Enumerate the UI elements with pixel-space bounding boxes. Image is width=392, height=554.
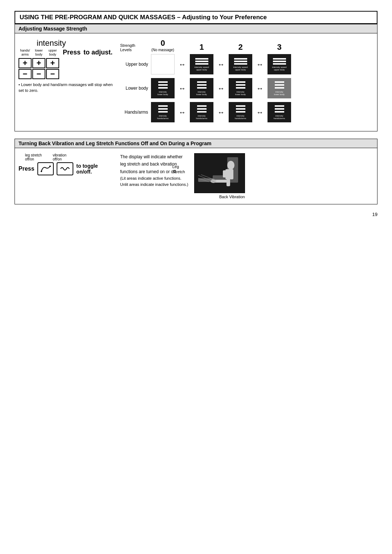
svg-rect-3 (234, 58, 247, 60)
lower-body-cell-0-text: intensitylower body (158, 91, 168, 96)
col-sub-0: (No massage) (151, 48, 175, 52)
leg-stretch-btn[interactable] (37, 162, 54, 175)
lower-body-cell-1-icon (196, 81, 207, 91)
upper-body-control: upperbody + − (46, 49, 59, 80)
hands-arms-row: Hands/arms intensityhands/arms ↔ (120, 102, 373, 122)
svg-rect-28 (236, 108, 245, 110)
leg-stretch-icon (40, 165, 52, 173)
upper-body-cell-3-icon (272, 57, 287, 66)
svg-rect-21 (158, 105, 168, 107)
svg-rect-32 (275, 111, 284, 113)
lower-body-arrow-23: ↔ (252, 84, 268, 93)
levels-label: Levels (120, 48, 151, 52)
section2-content: leg stretch off/on vibration off/on Pres… (15, 148, 377, 204)
to-adjust-text: to adjust. (83, 49, 113, 56)
svg-rect-10 (158, 84, 168, 86)
svg-rect-16 (236, 84, 245, 86)
lower-body-cell-3-icon (274, 81, 285, 91)
svg-rect-1 (195, 61, 208, 62)
hands-arms-arrow-23: ↔ (252, 108, 268, 117)
svg-rect-18 (275, 81, 284, 83)
svg-rect-17 (236, 87, 245, 89)
upper-body-row: Upper body ↔ intensity speedupper body ↔ (120, 54, 373, 74)
to-toggle-text: to toggle on/off. (76, 163, 113, 175)
svg-point-43 (211, 179, 216, 183)
hands-arms-cell-3-text: intensityhands/arms (274, 115, 285, 120)
col-num-3: 3 (277, 42, 281, 52)
svg-rect-6 (273, 58, 286, 60)
vibration-group-label: vibration off/on (53, 153, 66, 161)
press-word: Press (63, 49, 81, 56)
svg-rect-9 (158, 81, 168, 83)
hands-arms-arrow-01: ↔ (175, 108, 190, 117)
vibration-btn[interactable] (57, 162, 73, 175)
press-word2: Press (19, 166, 34, 172)
lower-body-arrow-12: ↔ (213, 84, 229, 93)
upper-body-cell-2: intensity speedupper body (229, 54, 252, 74)
strength-header-row: Strength Levels 0 (No massage) 1 2 (120, 38, 373, 52)
svg-rect-11 (158, 87, 168, 89)
upper-body-minus-btn[interactable]: − (46, 69, 59, 79)
lower-body-plus-btn[interactable]: + (32, 58, 45, 68)
person-diagram (194, 153, 245, 193)
strength-header-spacer: Strength Levels (120, 43, 151, 52)
note-text: • Lower body and hand/arm massages will … (19, 82, 113, 94)
svg-rect-30 (275, 105, 284, 107)
hands-arms-cell-1-text: intensityhands/arms (196, 115, 207, 120)
hands-arms-plus-btn[interactable]: + (19, 58, 32, 68)
hands-arms-control: hands/arms + − (19, 49, 32, 80)
lower-body-label: lowerbody (35, 49, 43, 57)
upper-body-cell-1: intensity speedupper body (190, 54, 213, 74)
svg-rect-15 (236, 81, 245, 83)
col-header-3: 3 (268, 42, 291, 52)
leg-stretch-group-label: leg stretch off/on (25, 153, 42, 161)
hands-arms-cell-0-icon (158, 105, 168, 115)
lower-body-cell-3: intensitylower body (268, 78, 291, 98)
vib-on-off-label: off/on (53, 157, 62, 161)
col-num-0: 0 (160, 38, 165, 48)
hands-arms-cell-3: intensityhands/arms (268, 102, 291, 122)
lower-body-arrow-01: ↔ (175, 84, 190, 93)
hands-arms-minus-btn[interactable]: − (19, 69, 32, 79)
vibration-icon (59, 165, 71, 173)
col-num-1: 1 (199, 42, 204, 52)
desc-line5: Unlit areas indicate inactive functions.… (120, 182, 188, 188)
lower-body-cell-2-icon (235, 81, 246, 91)
upper-body-cell-1-icon (195, 57, 209, 66)
desc-line4: (Lit areas indicate active functions. (120, 175, 188, 182)
right-panel2: The display will indicate whether leg st… (120, 153, 373, 199)
lower-body-cell-3-text: intensitylower body (274, 91, 285, 96)
svg-rect-8 (273, 63, 286, 65)
svg-rect-19 (275, 84, 284, 86)
lower-body-control: lowerbody + − (32, 49, 45, 80)
upper-body-cell-2-icon (233, 57, 248, 66)
lower-body-row-label: Lower body (120, 86, 151, 91)
col-header-0: 0 (No massage) (151, 38, 175, 52)
upper-body-plus-btn[interactable]: + (46, 58, 59, 68)
upper-body-row-label: Upper body (120, 62, 151, 67)
hands-arms-cell-2-icon (235, 105, 246, 115)
lower-body-minus-btn[interactable]: − (32, 69, 45, 79)
lower-body-row: Lower body intensitylower body ↔ (120, 78, 373, 98)
diagram-wrap: LegStretch (194, 153, 245, 199)
upper-body-cell-3-text: intensity speedupper body (272, 66, 286, 71)
upper-body-arrow-12: ↔ (213, 60, 229, 69)
hands-arms-cell-2-text: intensityhands/arms (235, 115, 246, 120)
hands-arms-label: hands/arms (20, 49, 30, 57)
strength-label: Strength (120, 43, 151, 48)
main-title: USING THE PRE-PROGRAM AND QUICK MASSAGES… (15, 11, 377, 24)
right-panel2-inner: The display will indicate whether leg st… (120, 153, 373, 199)
lower-body-cell-1-text: intensitylower body (196, 91, 207, 96)
hands-arms-cell-1-icon (196, 105, 207, 115)
toggle-labels-row: leg stretch off/on vibration off/on (25, 153, 113, 161)
section2-box: Turning Back Vibration and Leg Stretch F… (15, 139, 377, 204)
person-diagram-svg (195, 154, 245, 193)
desc-line1: The display will indicate whether (120, 153, 188, 160)
svg-rect-29 (236, 111, 245, 113)
back-vibration-text: Back Vibration (194, 195, 245, 199)
controls-row: hands/arms + − lowerbody + − upperbody +… (19, 49, 113, 80)
press-row: Press to adjust. (63, 49, 113, 56)
svg-rect-41 (226, 179, 230, 186)
svg-rect-7 (273, 61, 286, 62)
hands-arms-cell-3-icon (274, 105, 285, 115)
